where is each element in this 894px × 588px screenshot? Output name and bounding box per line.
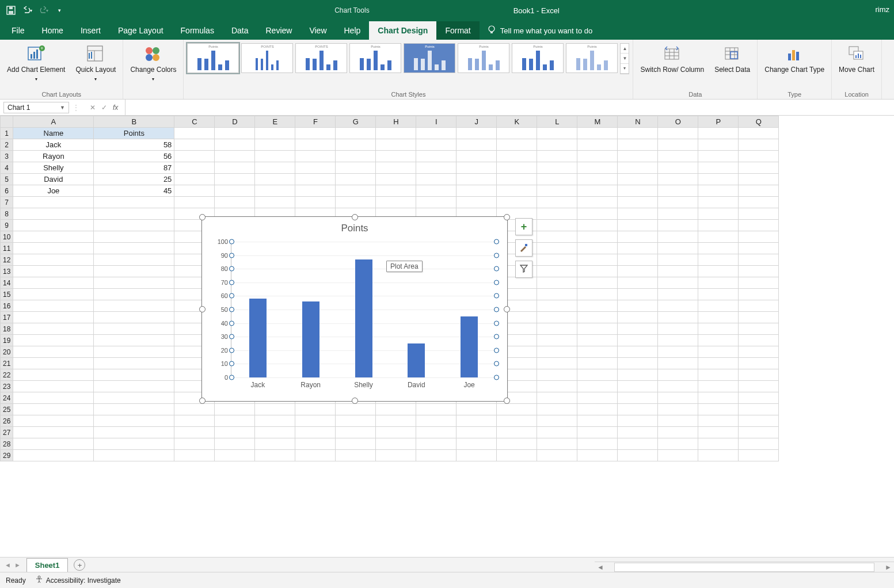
- cell[interactable]: [295, 427, 336, 438]
- cell[interactable]: [255, 427, 295, 438]
- cell[interactable]: [739, 208, 779, 220]
- cell[interactable]: [174, 427, 215, 438]
- cell[interactable]: [497, 404, 537, 415]
- row-header[interactable]: 25: [1, 404, 13, 415]
- cell[interactable]: [456, 174, 497, 185]
- column-header[interactable]: A: [13, 116, 94, 128]
- cell[interactable]: [658, 128, 698, 139]
- column-header[interactable]: L: [537, 116, 577, 128]
- cell[interactable]: [577, 369, 618, 381]
- chart-style-8[interactable]: Points: [566, 43, 618, 73]
- cell[interactable]: 45: [94, 185, 174, 197]
- cell[interactable]: [537, 415, 577, 427]
- cell[interactable]: [577, 289, 618, 300]
- resize-handle[interactable]: [352, 398, 358, 404]
- add-chart-element-button[interactable]: + Add Chart Element▾: [3, 42, 69, 89]
- cell[interactable]: [658, 369, 698, 381]
- cell[interactable]: [416, 450, 456, 461]
- row-header[interactable]: 22: [1, 369, 13, 381]
- chart-bar[interactable]: [461, 316, 478, 377]
- cell[interactable]: [416, 404, 456, 415]
- cell[interactable]: [577, 346, 618, 358]
- cell[interactable]: [456, 427, 497, 438]
- column-header[interactable]: N: [618, 116, 658, 128]
- cell[interactable]: Jack: [13, 139, 94, 151]
- cell[interactable]: [416, 438, 456, 450]
- cell[interactable]: [94, 266, 174, 277]
- cell[interactable]: [416, 139, 456, 151]
- cell[interactable]: [618, 323, 658, 335]
- tab-formulas[interactable]: Formulas: [172, 21, 223, 40]
- cell[interactable]: [537, 392, 577, 404]
- cell[interactable]: [537, 381, 577, 392]
- cell[interactable]: [577, 128, 618, 139]
- cell[interactable]: [739, 254, 779, 266]
- row-header[interactable]: 5: [1, 174, 13, 185]
- cell[interactable]: [698, 335, 739, 346]
- cell[interactable]: [739, 312, 779, 323]
- change-chart-type-button[interactable]: Change Chart Type: [761, 42, 828, 89]
- cell[interactable]: [174, 139, 215, 151]
- cell[interactable]: [416, 174, 456, 185]
- cell[interactable]: [94, 392, 174, 404]
- chart-elements-button[interactable]: +: [515, 218, 532, 235]
- cell[interactable]: [13, 220, 94, 231]
- cell[interactable]: [497, 128, 537, 139]
- resize-handle[interactable]: [199, 398, 206, 404]
- cell[interactable]: [376, 128, 416, 139]
- cell[interactable]: [739, 358, 779, 369]
- cell[interactable]: [497, 174, 537, 185]
- cell[interactable]: [416, 128, 456, 139]
- cell[interactable]: [13, 300, 94, 312]
- cell[interactable]: [497, 450, 537, 461]
- cell[interactable]: [658, 438, 698, 450]
- cell[interactable]: [698, 174, 739, 185]
- cell[interactable]: [215, 427, 255, 438]
- cell[interactable]: [658, 208, 698, 220]
- chart-filters-button[interactable]: [515, 261, 532, 278]
- chart-style-4[interactable]: Points: [349, 43, 401, 73]
- row-header[interactable]: 1: [1, 128, 13, 139]
- cell[interactable]: [537, 404, 577, 415]
- cell[interactable]: [174, 162, 215, 174]
- cell[interactable]: [698, 220, 739, 231]
- cell[interactable]: [13, 243, 94, 254]
- cell[interactable]: [456, 139, 497, 151]
- cell[interactable]: [376, 404, 416, 415]
- column-header[interactable]: Q: [739, 116, 779, 128]
- cell[interactable]: [537, 427, 577, 438]
- cell[interactable]: [497, 438, 537, 450]
- cell[interactable]: [295, 415, 336, 427]
- cell[interactable]: [376, 415, 416, 427]
- cell[interactable]: [174, 438, 215, 450]
- row-header[interactable]: 21: [1, 358, 13, 369]
- cell[interactable]: [577, 323, 618, 335]
- cell[interactable]: [537, 254, 577, 266]
- cell[interactable]: [13, 323, 94, 335]
- column-header[interactable]: P: [698, 116, 739, 128]
- cell[interactable]: [739, 277, 779, 289]
- cell[interactable]: [376, 197, 416, 208]
- cell[interactable]: [13, 346, 94, 358]
- cell[interactable]: [658, 151, 698, 162]
- formula-input[interactable]: [125, 100, 894, 115]
- cell[interactable]: 25: [94, 174, 174, 185]
- cell[interactable]: [618, 185, 658, 197]
- cell[interactable]: [255, 151, 295, 162]
- cell[interactable]: [13, 277, 94, 289]
- cell[interactable]: [215, 438, 255, 450]
- cell[interactable]: [255, 415, 295, 427]
- cell[interactable]: [537, 358, 577, 369]
- cell[interactable]: [174, 174, 215, 185]
- cell[interactable]: [698, 438, 739, 450]
- cell[interactable]: [537, 151, 577, 162]
- cell[interactable]: [618, 358, 658, 369]
- cell[interactable]: [618, 162, 658, 174]
- row-header[interactable]: 6: [1, 185, 13, 197]
- tab-review[interactable]: Review: [257, 21, 301, 40]
- chart-style-3[interactable]: POINTS: [295, 43, 347, 73]
- cell[interactable]: [658, 231, 698, 243]
- cancel-icon[interactable]: ✕: [90, 104, 96, 112]
- fx-icon[interactable]: fx: [113, 104, 118, 112]
- cell[interactable]: [618, 220, 658, 231]
